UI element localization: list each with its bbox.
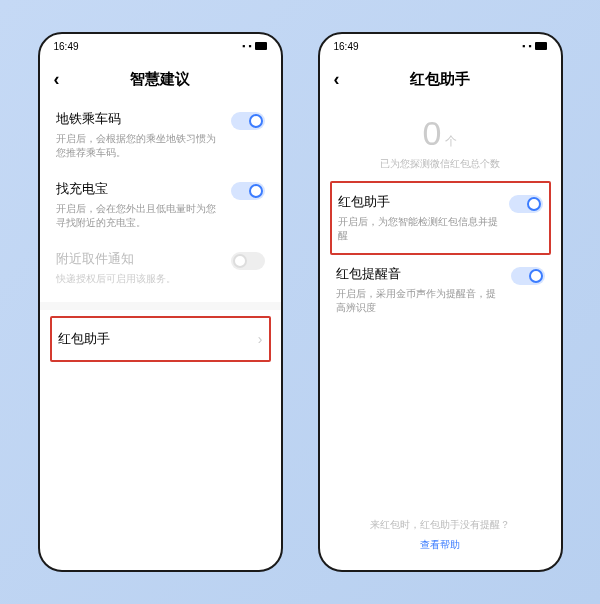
toggle-pickup	[231, 252, 265, 270]
page-title: 智慧建议	[130, 70, 190, 89]
nav-label: 红包助手	[58, 330, 110, 348]
item-desc: 开启后，为您智能检测红包信息并提醒	[338, 215, 499, 243]
phone-right: 16:49 ▪▪ ‹ 红包助手 0个 已为您探测微信红包总个数 红包助手 开启后…	[318, 32, 563, 572]
item-desc: 开启后，采用金币声作为提醒音，提高辨识度	[336, 287, 501, 315]
chevron-right-icon: ›	[258, 331, 263, 347]
content: 地铁乘车码 开启后，会根据您的乘坐地铁习惯为您推荐乘车码。 找充电宝 开启后，会…	[40, 100, 281, 570]
item-hongbao-sound[interactable]: 红包提醒音 开启后，采用金币声作为提醒音，提高辨识度	[320, 255, 561, 325]
counter-value: 0	[423, 114, 442, 153]
statusbar: 16:49 ▪▪	[320, 34, 561, 58]
status-icons: ▪▪	[522, 41, 546, 51]
counter-desc: 已为您探测微信红包总个数	[320, 157, 561, 171]
toggle-subway[interactable]	[231, 112, 265, 130]
footer-question: 来红包时，红包助手没有提醒？	[320, 518, 561, 532]
item-subway[interactable]: 地铁乘车码 开启后，会根据您的乘坐地铁习惯为您推荐乘车码。	[40, 100, 281, 170]
item-powerbank[interactable]: 找充电宝 开启后，会在您外出且低电量时为您寻找附近的充电宝。	[40, 170, 281, 240]
item-title: 红包提醒音	[336, 265, 501, 283]
navbar: ‹ 智慧建议	[40, 58, 281, 100]
section-divider	[40, 302, 281, 310]
item-title: 附近取件通知	[56, 250, 221, 268]
counter-block: 0个 已为您探测微信红包总个数	[320, 100, 561, 181]
content: 0个 已为您探测微信红包总个数 红包助手 开启后，为您智能检测红包信息并提醒 红…	[320, 100, 561, 570]
counter-unit: 个	[445, 133, 457, 150]
highlight-box: 红包助手 开启后，为您智能检测红包信息并提醒	[330, 181, 551, 255]
status-icons: ▪▪	[242, 41, 266, 51]
nav-hongbao[interactable]: 红包助手 ›	[52, 318, 269, 360]
item-title: 地铁乘车码	[56, 110, 221, 128]
item-title: 红包助手	[338, 193, 499, 211]
navbar: ‹ 红包助手	[320, 58, 561, 100]
status-time: 16:49	[334, 41, 359, 52]
footer-help-link[interactable]: 查看帮助	[320, 538, 561, 552]
page-title: 红包助手	[410, 70, 470, 89]
statusbar: 16:49 ▪▪	[40, 34, 281, 58]
footer: 来红包时，红包助手没有提醒？ 查看帮助	[320, 508, 561, 570]
item-desc: 开启后，会在您外出且低电量时为您寻找附近的充电宝。	[56, 202, 221, 230]
back-icon[interactable]: ‹	[334, 69, 340, 90]
back-icon[interactable]: ‹	[54, 69, 60, 90]
toggle-hongbao-sound[interactable]	[511, 267, 545, 285]
item-pickup: 附近取件通知 快递授权后可启用该服务。	[40, 240, 281, 296]
item-hongbao-assist[interactable]: 红包助手 开启后，为您智能检测红包信息并提醒	[332, 183, 549, 253]
item-desc: 快递授权后可启用该服务。	[56, 272, 221, 286]
toggle-powerbank[interactable]	[231, 182, 265, 200]
item-title: 找充电宝	[56, 180, 221, 198]
status-time: 16:49	[54, 41, 79, 52]
item-desc: 开启后，会根据您的乘坐地铁习惯为您推荐乘车码。	[56, 132, 221, 160]
toggle-hongbao-assist[interactable]	[509, 195, 543, 213]
phone-left: 16:49 ▪▪ ‹ 智慧建议 地铁乘车码 开启后，会根据您的乘坐地铁习惯为您推…	[38, 32, 283, 572]
highlight-box: 红包助手 ›	[50, 316, 271, 362]
